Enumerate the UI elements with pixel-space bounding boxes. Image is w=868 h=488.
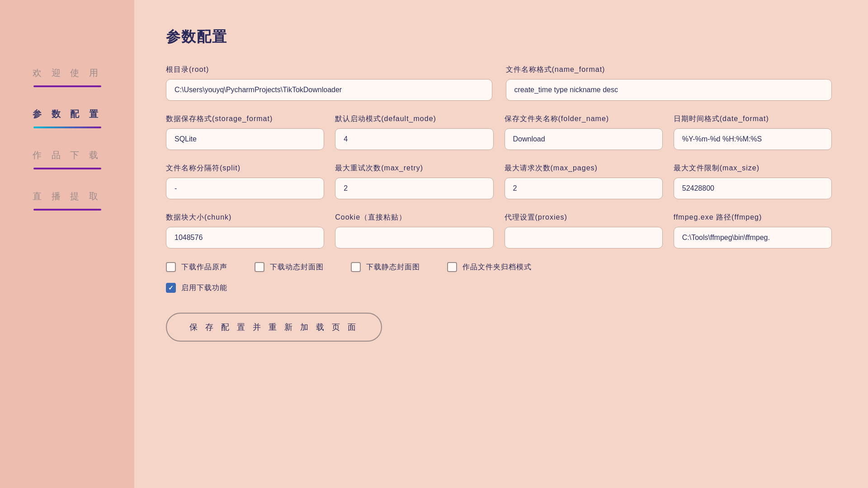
- field-group-max-pages: 最大请求次数(max_pages): [505, 164, 663, 199]
- field-group-cookie: Cookie（直接粘贴）: [335, 213, 493, 249]
- label-max-size: 最大文件限制(max_size): [674, 164, 832, 173]
- checkbox-row-2: 启用下载功能: [166, 283, 832, 293]
- input-proxies[interactable]: [505, 227, 663, 249]
- checkbox-box-enable-download[interactable]: [166, 283, 176, 293]
- label-ffmpeg: ffmpeg.exe 路径(ffmpeg): [674, 213, 832, 222]
- sidebar: 欢 迎 使 用 参 数 配 置 作 品 下 载 直 播 提 取: [0, 0, 134, 488]
- input-name-format[interactable]: [506, 79, 832, 101]
- checkbox-label-enable-download: 启用下载功能: [181, 283, 227, 293]
- sidebar-underline-live: [33, 209, 101, 211]
- checkbox-label-static-cover: 下载静态封面图: [366, 263, 420, 272]
- sidebar-label-params: 参 数 配 置: [33, 108, 102, 120]
- label-default-mode: 默认启动模式(default_mode): [335, 114, 493, 124]
- field-group-root: 根目录(root): [166, 65, 492, 101]
- sidebar-item-params[interactable]: 参 数 配 置: [0, 95, 134, 136]
- checkbox-box-dynamic-cover[interactable]: [255, 262, 264, 272]
- input-max-size[interactable]: [674, 178, 832, 199]
- checkbox-box-static-cover[interactable]: [351, 262, 361, 272]
- row-storage-mode-folder-date: 数据保存格式(storage_format) 默认启动模式(default_mo…: [166, 114, 832, 150]
- input-ffmpeg[interactable]: [674, 227, 832, 249]
- label-folder-name: 保存文件夹名称(folder_name): [505, 114, 663, 124]
- checkbox-box-original-audio[interactable]: [166, 262, 176, 272]
- input-split[interactable]: [166, 178, 324, 199]
- sidebar-underline-params: [33, 127, 101, 128]
- sidebar-item-live[interactable]: 直 播 提 取: [0, 178, 134, 219]
- field-group-proxies: 代理设置(proxies): [505, 213, 663, 249]
- checkbox-item-archive-mode[interactable]: 作品文件夹归档模式: [447, 262, 532, 272]
- row-split-retry-pages-size: 文件名称分隔符(split) 最大重试次数(max_retry) 最大请求次数(…: [166, 164, 832, 199]
- checkbox-item-static-cover[interactable]: 下载静态封面图: [351, 262, 420, 272]
- sidebar-label-welcome: 欢 迎 使 用: [33, 67, 102, 79]
- checkbox-item-dynamic-cover[interactable]: 下载动态封面图: [255, 262, 324, 272]
- label-date-format: 日期时间格式(date_format): [674, 114, 832, 124]
- field-group-storage-format: 数据保存格式(storage_format): [166, 114, 324, 150]
- input-cookie[interactable]: [335, 227, 493, 249]
- field-group-max-size: 最大文件限制(max_size): [674, 164, 832, 199]
- save-button[interactable]: 保 存 配 置 并 重 新 加 载 页 面: [166, 313, 382, 342]
- input-storage-format[interactable]: [166, 128, 324, 150]
- field-group-ffmpeg: ffmpeg.exe 路径(ffmpeg): [674, 213, 832, 249]
- sidebar-underline-welcome: [33, 85, 101, 87]
- label-root: 根目录(root): [166, 65, 492, 75]
- field-group-name-format: 文件名称格式(name_format): [506, 65, 832, 101]
- input-folder-name[interactable]: [505, 128, 663, 150]
- row-root-nameformat: 根目录(root) 文件名称格式(name_format): [166, 65, 832, 101]
- checkbox-row-1: 下载作品原声 下载动态封面图 下载静态封面图 作品文件夹归档模式: [166, 262, 832, 272]
- row-chunk-cookie-proxies-ffmpeg: 数据块大小(chunk) Cookie（直接粘贴） 代理设置(proxies) …: [166, 213, 832, 249]
- label-chunk: 数据块大小(chunk): [166, 213, 324, 222]
- sidebar-label-live: 直 播 提 取: [33, 190, 102, 202]
- label-max-retry: 最大重试次数(max_retry): [335, 164, 493, 173]
- input-date-format[interactable]: [674, 128, 832, 150]
- field-group-default-mode: 默认启动模式(default_mode): [335, 114, 493, 150]
- checkbox-item-enable-download[interactable]: 启用下载功能: [166, 283, 227, 293]
- checkbox-label-dynamic-cover: 下载动态封面图: [270, 263, 324, 272]
- main-content: 参数配置 根目录(root) 文件名称格式(name_format) 数据保存格…: [134, 0, 868, 488]
- input-max-pages[interactable]: [505, 178, 663, 199]
- input-default-mode[interactable]: [335, 128, 493, 150]
- input-chunk[interactable]: [166, 227, 324, 249]
- page-title: 参数配置: [166, 27, 832, 47]
- field-group-date-format: 日期时间格式(date_format): [674, 114, 832, 150]
- label-storage-format: 数据保存格式(storage_format): [166, 114, 324, 124]
- checkbox-label-original-audio: 下载作品原声: [181, 263, 227, 272]
- label-split: 文件名称分隔符(split): [166, 164, 324, 173]
- sidebar-item-works[interactable]: 作 品 下 载: [0, 136, 134, 178]
- checkbox-box-archive-mode[interactable]: [447, 262, 457, 272]
- field-group-split: 文件名称分隔符(split): [166, 164, 324, 199]
- checkbox-item-original-audio[interactable]: 下载作品原声: [166, 262, 227, 272]
- checkbox-label-archive-mode: 作品文件夹归档模式: [462, 263, 532, 272]
- sidebar-underline-works: [33, 168, 101, 169]
- sidebar-item-welcome[interactable]: 欢 迎 使 用: [0, 54, 134, 95]
- input-max-retry[interactable]: [335, 178, 493, 199]
- label-cookie: Cookie（直接粘贴）: [335, 213, 493, 222]
- label-proxies: 代理设置(proxies): [505, 213, 663, 222]
- field-group-folder-name: 保存文件夹名称(folder_name): [505, 114, 663, 150]
- label-max-pages: 最大请求次数(max_pages): [505, 164, 663, 173]
- field-group-chunk: 数据块大小(chunk): [166, 213, 324, 249]
- sidebar-label-works: 作 品 下 载: [33, 149, 102, 161]
- label-name-format: 文件名称格式(name_format): [506, 65, 832, 75]
- field-group-max-retry: 最大重试次数(max_retry): [335, 164, 493, 199]
- input-root[interactable]: [166, 79, 492, 101]
